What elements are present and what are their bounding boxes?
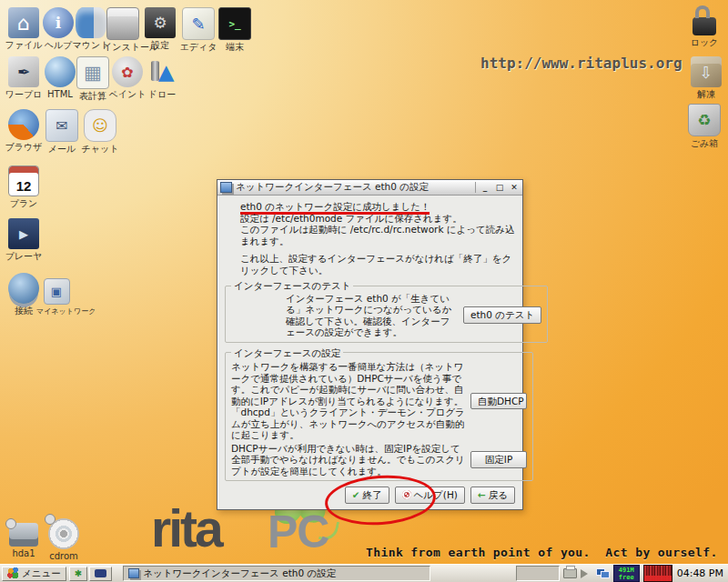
interface-config-group: インターフェースの設定 ネットワークを構築する一番簡単な方法は（ネットワークで通… [225, 347, 533, 482]
desktop-icon-lock[interactable]: ロック [684, 5, 724, 47]
dialog-titlebar[interactable]: ネットワークインターフェース eth0 の設定 _ □ ✕ [217, 180, 522, 196]
interface-test-legend: インターフェースのテスト [231, 280, 353, 292]
speaker-icon[interactable] [581, 569, 592, 578]
icon-label: ブラウザ [4, 142, 44, 152]
terminal-icon: >_ [218, 7, 251, 40]
task-window-icon [128, 568, 139, 578]
palette-icon: ✿ [112, 56, 143, 87]
triangle-glyph: ▲ [150, 60, 175, 84]
back-button[interactable]: ←戻る [470, 487, 515, 504]
desktop-icon-terminal[interactable]: >_ 端末 [215, 7, 255, 52]
logo-text-main: rita [151, 498, 221, 558]
auto-dhcp-button[interactable]: 自動DHCP [470, 393, 527, 410]
flower-glyph: ✿ [121, 64, 133, 81]
network-setup-dialog: ネットワークインターフェース eth0 の設定 _ □ ✕ eth0 のネットワ… [217, 179, 523, 510]
interface-test-text: インターフェース eth0 が「生きている」ネットワークにつながっているか確認し… [286, 293, 459, 338]
network-places-icon: ▣ [44, 278, 70, 305]
taskbar: メニュー ✱ ネットワークインターフェース eth0 の設定 491M free… [0, 564, 728, 582]
finish-label: 終了 [363, 489, 382, 500]
icon-label: cdrom [44, 551, 84, 561]
pencil-glyph: ✎ [191, 15, 205, 34]
pencil-icon: ✎ [182, 7, 215, 40]
chat-bubble-icon: ☺ [84, 109, 116, 142]
icon-label: 設定 [140, 40, 180, 50]
gear-glyph: ⚙ [153, 14, 167, 32]
word-processor-icon: ✒ [8, 56, 39, 87]
desktop-icon-draw[interactable]: ▲ ドロー [142, 56, 182, 99]
dialog-footer: ✔終了 ヘルプ(H) ←戻る [225, 487, 515, 504]
icon-label: 解凍 [686, 89, 726, 99]
settings-icon: ⚙ [145, 7, 176, 38]
icon-label: メール [42, 144, 82, 154]
icon-label: 端末 [215, 42, 255, 52]
icon-label: ロック [684, 37, 724, 47]
dialog-title: ネットワークインターフェース eth0 の設定 [236, 181, 429, 194]
pager-button[interactable] [89, 567, 112, 581]
desktop-icon-browser[interactable]: ブラウザ [4, 109, 44, 152]
desktop-icon-unzip[interactable]: ⇩ 解凍 [686, 56, 726, 99]
menu-label: メニュー [22, 567, 61, 580]
eth0-test-button[interactable]: eth0 のテスト [463, 306, 541, 324]
desktop-icon-install[interactable]: インストール [103, 7, 143, 52]
desktop-icon-plan[interactable]: 12 プラン [4, 166, 44, 208]
network-tray-icon[interactable] [596, 568, 610, 578]
desktop-icon-hda1[interactable]: hda1 [4, 518, 44, 558]
back-label: 戻る [489, 489, 508, 500]
help-glyph: i [56, 14, 61, 32]
asterisk-button[interactable]: ✱ [69, 567, 87, 581]
tray-slot [516, 566, 560, 581]
intro-line-3: このファイルは起動時に /etc/rc.d/rc.network によって読み込… [240, 224, 516, 246]
box-icon [106, 7, 139, 40]
memory-free-unit: free [619, 574, 634, 581]
menu-button[interactable]: メニュー [2, 567, 66, 581]
lock-icon [693, 17, 716, 35]
smiley-glyph: ☺ [92, 116, 108, 135]
file-manager-icon: ⌂ [8, 7, 39, 38]
envelope-icon: ✉ [46, 109, 78, 142]
asterisk-icon: ✱ [75, 568, 82, 578]
desktop-icon-player[interactable]: ▶ プレーヤ [4, 218, 44, 261]
finish-button[interactable]: ✔終了 [345, 487, 389, 504]
icon-label: ドロー [142, 89, 182, 99]
desktop-icon-trash[interactable]: ♻ ごみ箱 [684, 104, 724, 148]
cpu-usage-graph[interactable] [643, 565, 672, 582]
media-player-icon: ▶ [8, 218, 39, 249]
connection-globe-icon [8, 273, 39, 304]
usb-icon [76, 7, 106, 38]
desktop-url-text: http://www.ritaplus.org [480, 55, 682, 72]
dialog-body: eth0 のネットワーク設定に成功しました！ 設定は /etc/eth0mode… [217, 196, 522, 509]
icon-label: プレーヤ [4, 251, 44, 261]
help-button[interactable]: ヘルプ(H) [395, 487, 465, 504]
desktop-icon-mail[interactable]: ✉ メール [42, 109, 82, 154]
maximize-button[interactable]: □ [493, 182, 506, 193]
desktop-icon-cdrom[interactable]: cdrom [44, 518, 84, 561]
spreadsheet-icon: ▦ [76, 56, 109, 89]
desktop-icon-wordpro[interactable]: ✒ ワープロ [4, 56, 44, 99]
printer-icon[interactable] [563, 568, 577, 578]
help-label: ヘルプ(H) [414, 489, 458, 500]
icon-label: プラン [4, 198, 44, 208]
desktop-icon-chat[interactable]: ☺ チャット [80, 109, 120, 154]
memory-free-indicator[interactable]: 491M free [613, 565, 640, 582]
envelope-glyph: ✉ [56, 117, 67, 135]
help-icon: i [43, 7, 74, 38]
grid-glyph: ▦ [84, 62, 102, 84]
calendar-date: 12 [16, 178, 32, 194]
clock[interactable]: 04:48 PM [677, 567, 723, 579]
desktop-icon-settings[interactable]: ⚙ 設定 [140, 7, 180, 50]
draw-shapes-icon: ▲ [147, 56, 177, 87]
taskbar-window-button[interactable]: ネットワークインターフェース eth0 の設定 [123, 566, 430, 581]
icon-label: ごみ箱 [684, 138, 724, 148]
back-arrow-icon: ← [478, 489, 486, 500]
pen-glyph: ✒ [17, 63, 30, 81]
minimize-button[interactable]: _ [479, 182, 491, 193]
globe-icon [45, 56, 76, 87]
window-buttons: _ □ ✕ [475, 182, 521, 193]
desktop-icon-mynetwork[interactable]: ▣ マイネットワーク [36, 278, 76, 316]
logo-text-sub: PC [268, 506, 329, 558]
desktop-icon-editor[interactable]: ✎ エディタ [178, 7, 218, 52]
close-button[interactable]: ✕ [508, 182, 521, 193]
icon-label: チャット [80, 144, 120, 154]
system-tray: 491M free 04:48 PM [516, 565, 726, 582]
static-ip-button[interactable]: 固定IP [470, 451, 527, 468]
